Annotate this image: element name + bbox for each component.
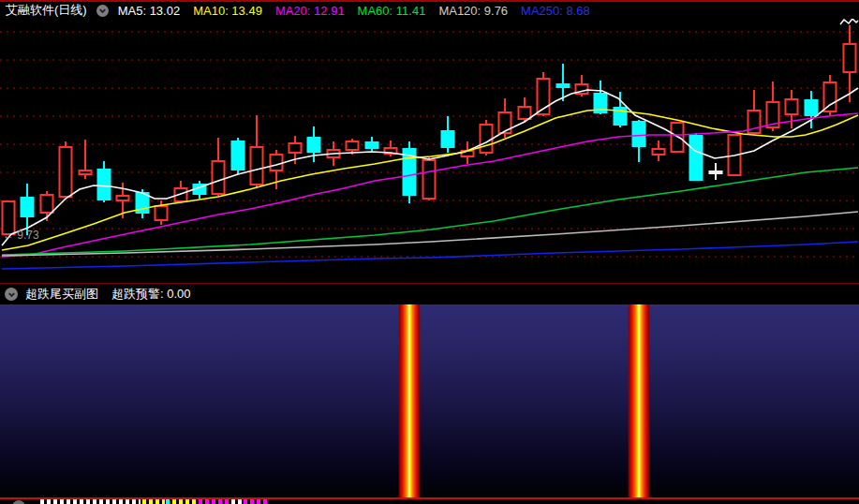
- candle-body: [80, 170, 92, 174]
- candle-body: [60, 147, 72, 197]
- candle-body: [690, 136, 703, 180]
- candle-body: [22, 198, 34, 216]
- candle-body: [347, 141, 359, 150]
- candle-body: [156, 206, 168, 220]
- candle-body: [213, 161, 225, 194]
- candle-body: [710, 171, 722, 173]
- candle-body: [117, 196, 129, 200]
- ma-label-ma20: MA20: 12.91: [275, 4, 345, 18]
- peak-scribble-marker: [840, 19, 858, 24]
- ma-label-ma60: MA60: 11.41: [358, 4, 426, 18]
- candle-body: [232, 141, 244, 170]
- candle-body: [481, 125, 493, 153]
- subchart-title: 超跌尾买副图: [25, 286, 98, 303]
- cutoff-text-fragment: [199, 499, 229, 504]
- cutoff-collapse-chevron-icon[interactable]: [12, 500, 25, 504]
- ma-label-ma120: MA120: 9.76: [438, 4, 508, 18]
- main-chart-header: 艾融软件(日线) MA5: 13.02MA10: 13.49MA20: 12.9…: [0, 2, 859, 19]
- subchart-alert: 超跌预警: 0.00: [111, 286, 191, 303]
- ma-line-ma250: [2, 242, 858, 269]
- candlestick-chart[interactable]: ← 9.73: [0, 19, 859, 283]
- candle-body: [633, 122, 645, 146]
- price-level-marker: ← 9.73: [3, 229, 39, 242]
- ma-label-ma250: MA250: 8.68: [521, 4, 590, 18]
- candle-body: [423, 160, 436, 199]
- cutoff-text-fragment: [244, 499, 268, 504]
- ma-label-ma10: MA10: 13.49: [193, 4, 262, 18]
- oversold-signal-panel[interactable]: [0, 304, 859, 497]
- candle-body: [366, 142, 378, 148]
- candle-body: [557, 84, 570, 87]
- candle-body: [519, 107, 531, 119]
- candle-body: [98, 170, 111, 200]
- collapse-chevron-icon[interactable]: [96, 5, 109, 17]
- candle-body: [271, 155, 283, 170]
- cutoff-indicator-caption: [0, 499, 859, 504]
- candle-body: [824, 82, 837, 111]
- candle-body: [442, 131, 454, 147]
- ma-label-ma5: MA5: 13.02: [118, 4, 181, 18]
- ma-legend: MA5: 13.02MA10: 13.49MA20: 12.91MA60: 11…: [118, 2, 603, 19]
- candle-body: [786, 99, 798, 114]
- cutoff-text-fragment: [166, 499, 171, 504]
- subchart-header: 超跌尾买副图 超跌预警: 0.00: [0, 284, 859, 304]
- candle-body: [806, 100, 818, 115]
- cutoff-text-fragment: [172, 499, 198, 504]
- candle-body: [653, 149, 665, 155]
- candle-body: [289, 143, 302, 153]
- subchart-collapse-chevron-icon[interactable]: [5, 288, 18, 301]
- subchart-alert-label: 超跌预警:: [111, 287, 164, 301]
- subchart-alert-value: 0.00: [167, 287, 190, 301]
- cutoff-text-fragment: [40, 499, 141, 504]
- candle-body: [41, 195, 53, 213]
- signal-flame-bar: [628, 304, 650, 497]
- candle-body: [251, 147, 263, 185]
- candle-body: [308, 138, 320, 152]
- cutoff-text-fragment: [231, 499, 242, 504]
- signal-flame-bar: [398, 304, 421, 497]
- stock-title: 艾融软件(日线): [6, 2, 87, 19]
- cutoff-text-fragment: [142, 499, 165, 504]
- app-window: 艾融软件(日线) MA5: 13.02MA10: 13.49MA20: 12.9…: [0, 0, 859, 504]
- candle-body: [844, 44, 856, 72]
